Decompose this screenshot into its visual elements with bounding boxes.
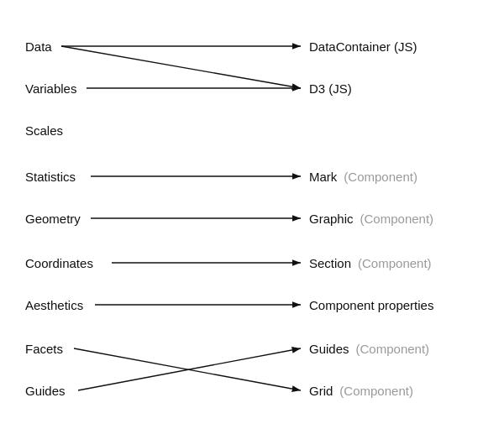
right-label-component: (Component) <box>360 212 434 226</box>
diagram: DataVariablesScalesStatisticsGeometryCoo… <box>0 0 504 429</box>
right-label-component: (Component) <box>356 342 430 356</box>
left-label: Guides <box>25 384 66 398</box>
right-label: Graphic(Component) <box>309 212 433 226</box>
right-label: Guides(Component) <box>309 342 429 356</box>
right-label-main: Grid <box>309 384 333 398</box>
right-label: Mark(Component) <box>309 170 417 184</box>
left-label: Facets <box>25 342 63 356</box>
svg-line-9 <box>78 348 301 390</box>
left-label: Variables <box>25 81 76 96</box>
right-label-main: Component properties <box>309 298 433 312</box>
right-label: Grid(Component) <box>309 384 413 398</box>
right-label-component: (Component) <box>344 170 417 184</box>
right-label-main: Guides <box>309 342 349 356</box>
svg-line-8 <box>74 348 301 390</box>
right-label-main: DataContainer (JS) <box>309 39 417 54</box>
svg-line-2 <box>61 46 301 88</box>
right-label-main: Mark <box>309 170 337 184</box>
right-label-main: Graphic <box>309 212 354 226</box>
left-label: Aesthetics <box>25 298 83 312</box>
right-label-component: (Component) <box>358 256 432 270</box>
left-label: Coordinates <box>25 256 93 270</box>
left-label: Statistics <box>25 170 76 184</box>
right-label-main: D3 (JS) <box>309 81 352 96</box>
right-label: DataContainer (JS) <box>309 39 417 54</box>
right-label-main: Section <box>309 256 351 270</box>
left-label: Scales <box>25 123 63 138</box>
right-label: Component properties <box>309 298 433 312</box>
right-label: D3 (JS) <box>309 81 352 96</box>
left-label: Data <box>25 39 52 54</box>
right-label: Section(Component) <box>309 256 432 270</box>
right-label-component: (Component) <box>339 384 413 398</box>
left-label: Geometry <box>25 212 81 226</box>
